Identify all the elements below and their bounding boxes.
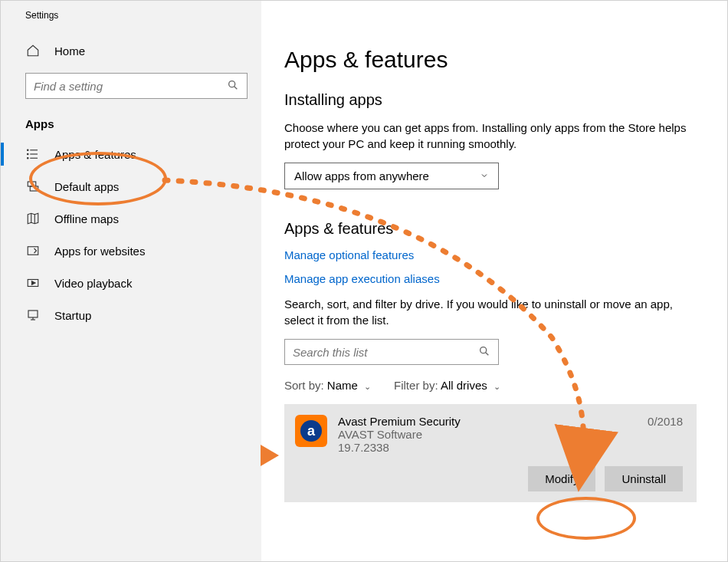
- svg-point-7: [28, 158, 29, 159]
- chevron-down-icon: ⌄: [494, 382, 500, 391]
- avast-logo: a: [300, 420, 322, 442]
- link-execution-aliases[interactable]: Manage app execution aliases: [284, 272, 697, 285]
- apps-search-input[interactable]: [293, 346, 478, 359]
- sidebar-search-input[interactable]: [34, 80, 227, 93]
- main-panel: Apps & features Installing apps Choose w…: [261, 1, 727, 561]
- sort-by[interactable]: Sort by: Name ⌄: [284, 379, 371, 392]
- svg-marker-14: [32, 281, 36, 285]
- map-icon: [25, 212, 41, 225]
- startup-icon: [25, 308, 41, 322]
- filter-value: All drives: [441, 379, 487, 392]
- filter-by[interactable]: Filter by: All drives ⌄: [394, 379, 500, 392]
- home-label: Home: [54, 44, 85, 58]
- modify-button[interactable]: Modify: [528, 466, 595, 491]
- app-icon: a: [295, 415, 327, 447]
- sidebar: Settings Home Apps Apps & features: [1, 1, 261, 561]
- svg-point-6: [28, 153, 29, 155]
- app-publisher: AVAST Software: [338, 428, 637, 441]
- sidebar-item-video-playback[interactable]: Video playback: [1, 267, 261, 299]
- installing-heading: Installing apps: [284, 91, 697, 109]
- sidebar-item-default-apps[interactable]: Default apps: [1, 170, 261, 202]
- link-icon: [25, 244, 41, 258]
- dropdown-value: Allow apps from anywhere: [294, 169, 429, 182]
- sidebar-item-apps-features[interactable]: Apps & features: [1, 138, 261, 170]
- sidebar-item-startup[interactable]: Startup: [1, 299, 261, 331]
- apps-heading: Apps & features: [284, 220, 697, 238]
- sidebar-item-offline-maps[interactable]: Offline maps: [1, 202, 261, 235]
- svg-point-0: [229, 81, 235, 87]
- sidebar-item-label: Apps for websites: [54, 245, 145, 258]
- sidebar-item-label: Offline maps: [54, 212, 119, 225]
- sidebar-item-label: Default apps: [54, 180, 119, 193]
- home-nav[interactable]: Home: [1, 36, 261, 65]
- sidebar-search-wrap: [25, 73, 248, 99]
- app-top: a Avast Premium Security AVAST Software …: [295, 415, 683, 454]
- filter-label: Filter by:: [394, 379, 438, 392]
- sort-value: Name: [327, 379, 358, 392]
- search-icon: [478, 345, 490, 360]
- installing-desc: Choose where you can get apps from. Inst…: [284, 120, 697, 152]
- link-optional-features[interactable]: Manage optional features: [284, 248, 697, 261]
- sidebar-section-heading: Apps: [1, 113, 261, 138]
- svg-point-18: [480, 347, 487, 353]
- page-title: Apps & features: [284, 47, 697, 73]
- app-date: 0/2018: [648, 415, 683, 428]
- app-list-item[interactable]: a Avast Premium Security AVAST Software …: [284, 404, 697, 502]
- apps-search[interactable]: [284, 339, 499, 365]
- svg-rect-9: [30, 186, 38, 191]
- sidebar-item-label: Video playback: [54, 277, 132, 290]
- sort-label: Sort by:: [284, 379, 324, 392]
- search-icon: [227, 79, 239, 94]
- sidebar-search[interactable]: [25, 73, 248, 99]
- app-info: Avast Premium Security AVAST Software 19…: [338, 415, 637, 454]
- sort-filter-row: Sort by: Name ⌄ Filter by: All drives ⌄: [284, 379, 697, 392]
- app-actions: Modify Uninstall: [295, 466, 683, 491]
- app-name: Avast Premium Security: [338, 415, 637, 428]
- chevron-down-icon: [480, 169, 489, 182]
- install-source-dropdown[interactable]: Allow apps from anywhere: [284, 163, 499, 189]
- uninstall-button[interactable]: Uninstall: [605, 466, 683, 491]
- sidebar-item-apps-websites[interactable]: Apps for websites: [1, 235, 261, 267]
- sidebar-item-label: Apps & features: [54, 148, 136, 161]
- sidebar-item-label: Startup: [54, 309, 91, 322]
- svg-rect-8: [28, 182, 36, 186]
- list-icon: [25, 147, 41, 161]
- app-version: 19.7.2338: [338, 441, 637, 454]
- svg-rect-15: [28, 311, 38, 317]
- home-icon: [25, 44, 41, 58]
- defaults-icon: [25, 179, 41, 193]
- filter-desc: Search, sort, and filter by drive. If yo…: [284, 296, 697, 328]
- video-icon: [25, 276, 41, 290]
- window-title: Settings: [1, 10, 261, 36]
- chevron-down-icon: ⌄: [364, 382, 371, 391]
- svg-line-1: [234, 86, 238, 89]
- svg-point-5: [28, 150, 29, 151]
- svg-line-19: [486, 352, 489, 355]
- settings-window: Settings Home Apps Apps & features: [0, 0, 728, 562]
